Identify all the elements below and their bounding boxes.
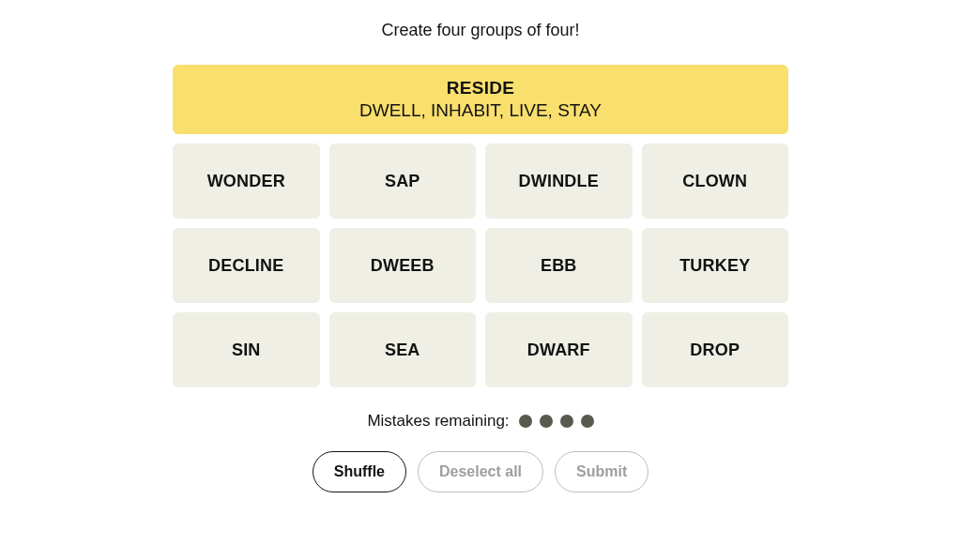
mistakes-label: Mistakes remaining:	[367, 412, 509, 431]
game-board: RESIDE DWELL, INHABIT, LIVE, STAY WONDER…	[173, 65, 788, 387]
word-tile[interactable]: SEA	[329, 312, 477, 387]
word-tile[interactable]: EBB	[485, 228, 633, 303]
word-tile[interactable]: WONDER	[173, 144, 320, 219]
deselect-all-button[interactable]: Deselect all	[418, 451, 543, 492]
submit-button[interactable]: Submit	[555, 451, 648, 492]
mistake-dot-icon	[581, 415, 594, 428]
word-tile[interactable]: SAP	[329, 144, 477, 219]
mistake-dot-icon	[540, 415, 553, 428]
solved-group-title: RESIDE	[182, 78, 779, 98]
word-tile[interactable]: TURKEY	[642, 228, 789, 303]
word-tile[interactable]: DECLINE	[173, 228, 320, 303]
mistake-dot-icon	[519, 415, 532, 428]
tile-grid: WONDER SAP DWINDLE CLOWN DECLINE DWEEB E…	[173, 144, 788, 387]
solved-group-yellow: RESIDE DWELL, INHABIT, LIVE, STAY	[173, 65, 788, 134]
word-tile[interactable]: SIN	[173, 312, 320, 387]
word-tile[interactable]: DWARF	[485, 312, 633, 387]
solved-group-words: DWELL, INHABIT, LIVE, STAY	[182, 100, 779, 121]
word-tile[interactable]: CLOWN	[642, 144, 789, 219]
mistakes-dots	[519, 415, 594, 428]
mistake-dot-icon	[560, 415, 573, 428]
button-row: Shuffle Deselect all Submit	[313, 451, 649, 492]
mistakes-row: Mistakes remaining:	[367, 412, 593, 431]
shuffle-button[interactable]: Shuffle	[313, 451, 406, 492]
word-tile[interactable]: DWINDLE	[485, 144, 633, 219]
instructions-text: Create four groups of four!	[381, 21, 579, 40]
word-tile[interactable]: DWEEB	[329, 228, 477, 303]
word-tile[interactable]: DROP	[642, 312, 789, 387]
